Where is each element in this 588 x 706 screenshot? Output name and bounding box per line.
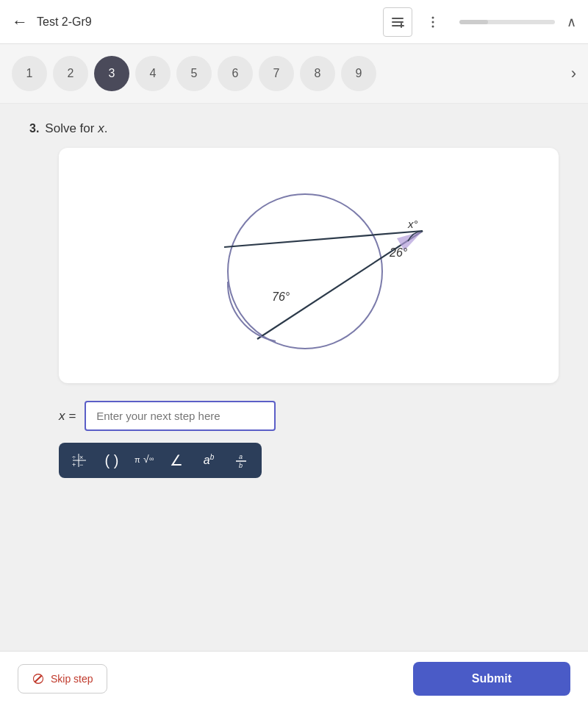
tab-q3[interactable]: 3 xyxy=(94,56,129,91)
geometry-diagram: 26° x° 76° xyxy=(162,163,456,368)
diagram-box: 26° x° 76° xyxy=(59,148,559,383)
svg-text:√: √ xyxy=(143,453,149,465)
svg-text:x°: x° xyxy=(407,218,418,230)
question-tabs: 1 2 3 4 5 6 7 8 9 › xyxy=(0,44,588,104)
next-tab-button[interactable]: › xyxy=(571,64,576,83)
submit-button[interactable]: Submit xyxy=(413,662,570,696)
progress-bar xyxy=(459,20,555,24)
svg-text:−: − xyxy=(79,461,83,468)
answer-row: x = xyxy=(59,401,559,431)
tab-q8[interactable]: 8 xyxy=(300,56,335,91)
tab-q2[interactable]: 2 xyxy=(53,56,88,91)
progress-fill xyxy=(459,20,488,24)
answer-label: x = xyxy=(59,409,76,424)
skip-step-label: Skip step xyxy=(51,673,93,685)
svg-text:76°: 76° xyxy=(272,290,290,303)
svg-rect-2 xyxy=(392,25,399,26)
svg-text:∞: ∞ xyxy=(149,455,154,463)
svg-line-9 xyxy=(224,231,423,247)
svg-rect-4 xyxy=(398,25,404,26)
list-icon-button[interactable] xyxy=(383,7,412,37)
question-text: Solve for x. xyxy=(45,121,107,136)
main-content: 3. Solve for x. 26° x° 76° xyxy=(0,104,588,663)
tab-q1[interactable]: 1 xyxy=(12,56,47,91)
svg-text:π: π xyxy=(135,455,140,464)
svg-rect-0 xyxy=(392,18,404,19)
fraction-button[interactable]: a b xyxy=(226,447,256,474)
superscript-button[interactable]: ab xyxy=(194,447,223,474)
operations-button[interactable]: ÷ × + − xyxy=(65,447,94,474)
svg-point-7 xyxy=(432,25,434,27)
tab-q5[interactable]: 5 xyxy=(176,56,212,91)
svg-point-5 xyxy=(432,16,434,18)
bottom-bar: Skip step Submit xyxy=(0,651,588,706)
svg-text:b: b xyxy=(239,462,243,469)
back-button[interactable]: ← xyxy=(12,13,28,32)
math-toolbar: ÷ × + − ( ) π √ ∞ ∠ ab xyxy=(59,443,262,478)
svg-text:26°: 26° xyxy=(389,246,408,259)
parentheses-button[interactable]: ( ) xyxy=(97,447,126,474)
header-title: Test 2-Gr9 xyxy=(37,15,383,29)
header-icons: ∧ xyxy=(383,7,576,37)
tab-q7[interactable]: 7 xyxy=(259,56,294,91)
svg-point-6 xyxy=(432,21,434,23)
svg-text:+: + xyxy=(72,461,76,468)
more-options-button[interactable] xyxy=(418,7,448,37)
math-functions-button[interactable]: π √ ∞ xyxy=(129,447,159,474)
answer-input[interactable] xyxy=(85,401,276,431)
skip-step-button[interactable]: Skip step xyxy=(18,664,107,693)
svg-text:a: a xyxy=(239,453,243,460)
tab-q4[interactable]: 4 xyxy=(135,56,171,91)
tab-q6[interactable]: 6 xyxy=(218,56,253,91)
header: ← Test 2-Gr9 ∧ xyxy=(0,0,588,44)
svg-rect-1 xyxy=(392,21,404,23)
collapse-button[interactable]: ∧ xyxy=(567,14,576,30)
question-number: 3. xyxy=(29,122,39,135)
svg-point-8 xyxy=(228,194,382,349)
angle-button[interactable]: ∠ xyxy=(162,447,191,474)
question-label: 3. Solve for x. xyxy=(29,121,559,136)
tab-q9[interactable]: 9 xyxy=(341,56,376,91)
